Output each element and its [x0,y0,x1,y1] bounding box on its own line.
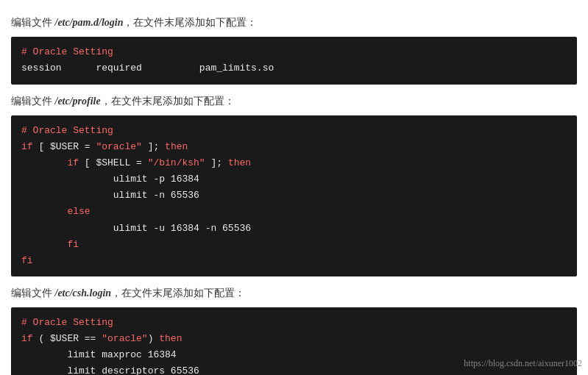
part-1-1-4: then [165,141,188,152]
normal-2-2: limit maxproc 16384 [21,349,177,360]
normal-1-3: ulimit -p 16384 [21,174,199,185]
normal-0-1: session required pam_limits.so [21,63,274,74]
code-line-1-1: if [ $USER = "oracle" ]; then [21,139,567,155]
filepath-0: /etc/pam.d/login [55,17,124,28]
filepath-2: /etc/csh.login [55,288,112,299]
section-label-2: 编辑文件 /etc/csh.login，在文件末尾添加如下配置： [11,285,577,301]
keyword-1-8: fi [21,255,33,266]
normal-1-6: ulimit -u 16384 -n 65536 [21,223,251,234]
part-1-7-1: fi [67,239,79,250]
part-1-2-4: ]; [205,157,228,168]
part-1-7-0 [21,239,67,250]
part-2-1-3: ) [148,333,160,344]
section-label-1: 编辑文件 /etc/profile，在文件末尾添加如下配置： [11,93,577,110]
code-line-1-2: if [ $SHELL = "/bin/ksh" ]; then [21,155,567,171]
part-1-1-3: ]; [142,141,165,152]
code-line-1-3: ulimit -p 16384 [21,171,567,188]
comment-1-0: # Oracle Setting [21,125,113,136]
code-line-1-0: # Oracle Setting [21,123,567,139]
part-1-5-0 [21,206,67,217]
part-1-2-3: "/bin/ksh" [148,157,205,168]
part-2-1-2: "oracle" [102,333,147,344]
code-line-1-6: ulimit -u 16384 -n 65536 [21,221,567,237]
part-1-2-5: then [228,157,251,168]
part-1-1-0: if [21,141,33,152]
part-1-1-2: "oracle" [96,141,141,152]
code-line-1-8: fi [21,253,567,269]
part-2-1-4: then [159,333,182,344]
watermark: https://blog.csdn.net/aixuner1002 [464,358,582,369]
part-1-2-0 [21,157,67,168]
code-block-0: # Oracle Settingsession required pam_lim… [11,37,577,84]
part-1-2-2: [ $SHELL = [79,157,148,168]
comment-0-0: # Oracle Setting [21,46,113,57]
code-block-1: # Oracle Settingif [ $USER = "oracle" ];… [11,115,577,276]
code-line-0-1: session required pam_limits.so [21,60,567,76]
comment-2-0: # Oracle Setting [21,317,113,328]
code-line-1-5: else [21,204,567,220]
part-1-2-1: if [67,157,79,168]
normal-1-4: ulimit -n 65536 [21,190,199,201]
code-line-0-0: # Oracle Setting [21,44,567,60]
part-2-1-1: ( $USER == [33,333,102,344]
code-line-1-4: ulimit -n 65536 [21,188,567,204]
code-line-1-7: fi [21,237,567,253]
filepath-1: /etc/profile [55,96,101,107]
section-label-0: 编辑文件 /etc/pam.d/login，在文件末尾添加如下配置： [11,15,577,31]
normal-2-3: limit descriptors 65536 [21,365,199,375]
part-1-1-1: [ $USER = [33,141,96,152]
part-2-1-0: if [21,333,33,344]
code-line-2-1: if ( $USER == "oracle") then [21,331,567,347]
part-1-5-1: else [67,206,90,217]
code-line-2-0: # Oracle Setting [21,315,567,331]
